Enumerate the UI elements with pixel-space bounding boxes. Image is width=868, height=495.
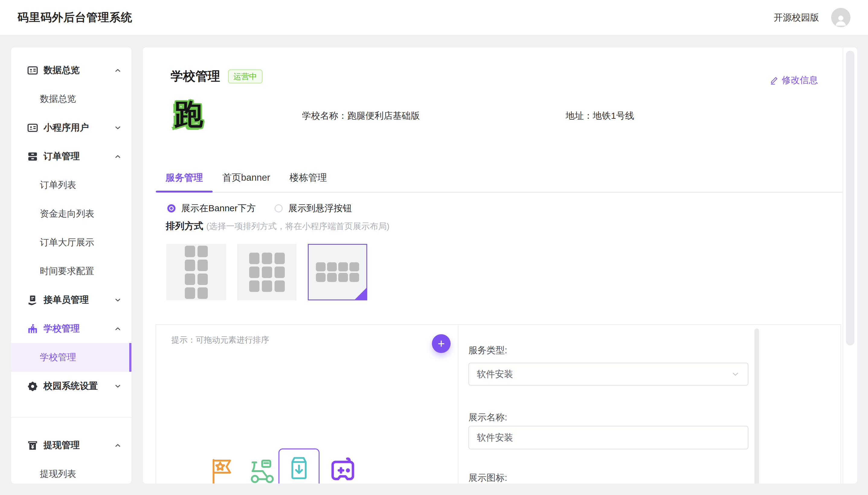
sidebar-item-label: 接单员管理 <box>43 294 89 306</box>
radio-banner-below[interactable] <box>167 204 176 212</box>
person-icon <box>834 13 848 27</box>
school-address-value: 地铁1号线 <box>593 110 634 121</box>
sidebar-item-label: 订单大厅展示 <box>40 236 94 249</box>
user-avatar[interactable] <box>831 8 850 27</box>
sidebar-item-label: 提现列表 <box>40 468 76 480</box>
tab-bar: 服务管理 首页banner 楼栋管理 <box>156 163 843 192</box>
service-package-download-icon-selected[interactable] <box>279 448 320 483</box>
screen: 码里码外后台管理系统 开源校园版 数据总览 数据总览 小程序用户 订单管 <box>0 0 868 495</box>
sidebar-item-withdraw-list[interactable]: 提现列表 <box>11 460 131 483</box>
layout-options <box>166 244 367 301</box>
main-content: 学校管理 运营中 修改信息 跑 学校名称：跑腿便利店基础版 地址：地铁1号线 服… <box>143 48 857 483</box>
radio-floating-button[interactable] <box>274 204 283 212</box>
drag-hint: 提示：可拖动元素进行排序 <box>171 335 269 345</box>
sidebar-item-courier-management[interactable]: 接单员管理 <box>11 286 131 314</box>
id-card-icon <box>26 64 39 76</box>
sidebar-item-label: 提现管理 <box>43 439 80 451</box>
sidebar-item-school-management-group[interactable]: 学校管理 <box>11 314 131 343</box>
service-delivery-scooter-icon[interactable] <box>246 454 277 483</box>
chevron-down-icon <box>114 124 122 132</box>
main-scrollbar-thumb[interactable] <box>846 51 854 345</box>
chevron-up-icon <box>114 153 122 160</box>
service-type-label: 服务类型: <box>468 344 507 357</box>
page-title: 学校管理 <box>171 68 220 85</box>
sidebar-item-campus-system-settings[interactable]: 校园系统设置 <box>11 372 131 400</box>
tab-service-management[interactable]: 服务管理 <box>156 163 213 192</box>
sidebar: 数据总览 数据总览 小程序用户 订单管理 订单列表 资金走向列表 订单大厅展示 … <box>11 48 131 483</box>
sidebar-item-order-hall-display[interactable]: 订单大厅展示 <box>11 228 131 257</box>
sidebar-item-school-management[interactable]: 学校管理 <box>11 343 131 372</box>
service-sort-pane: 提示：可拖动元素进行排序 + <box>156 325 459 483</box>
main-scrollbar-track <box>843 48 857 483</box>
pencil-icon <box>769 76 779 85</box>
school-name: 学校名称：跑腿便利店基础版 <box>302 110 420 122</box>
school-name-value: 跑腿便利店基础版 <box>347 110 420 121</box>
tab-building-management[interactable]: 楼栋管理 <box>280 163 337 192</box>
service-form-pane: 服务类型: 软件安装 展示名称: 展示图标: <box>459 325 840 483</box>
page-head: 学校管理 运营中 <box>171 68 263 85</box>
layout-option-2col[interactable] <box>166 244 226 301</box>
edit-info-label: 修改信息 <box>782 74 818 86</box>
sidebar-item-label: 数据总览 <box>43 64 80 76</box>
sidebar-item-label: 时间要求配置 <box>40 265 94 277</box>
sidebar-item-label: 小程序用户 <box>43 121 89 134</box>
school-logo: 跑 <box>174 98 203 130</box>
school-address-label: 地址： <box>566 110 593 121</box>
add-service-button[interactable]: + <box>432 334 450 353</box>
chevron-down-icon <box>114 382 122 390</box>
orders-icon <box>26 151 39 163</box>
chevron-up-icon <box>114 325 122 333</box>
grid-3x3-icon <box>249 253 285 292</box>
chevron-up-icon <box>114 442 122 449</box>
sidebar-item-order-management[interactable]: 订单管理 <box>11 142 131 171</box>
sidebar-item-label: 订单管理 <box>43 150 80 163</box>
school-address: 地址：地铁1号线 <box>566 110 634 122</box>
atm-icon <box>26 439 39 451</box>
sidebar-item-label: 学校管理 <box>40 351 76 363</box>
radio-banner-below-label[interactable]: 展示在Banner下方 <box>181 202 256 215</box>
service-type-value: 软件安装 <box>477 368 513 380</box>
gear-icon <box>26 380 39 392</box>
service-gamepad-icon[interactable] <box>327 456 358 483</box>
hand-receipt-icon <box>26 294 39 306</box>
school-icon <box>26 323 39 335</box>
service-editor-section: 提示：可拖动元素进行排序 + 服务类型: 软件安装 <box>156 324 841 483</box>
sidebar-item-order-list[interactable]: 订单列表 <box>11 171 131 200</box>
appbar-right: 开源校园版 <box>774 8 850 27</box>
chevron-down-icon <box>731 370 740 379</box>
display-icon-label: 展示图标: <box>468 472 507 483</box>
sidebar-item-label: 校园系统设置 <box>43 380 98 392</box>
display-name-label: 展示名称: <box>468 411 507 424</box>
grid-2x4-icon <box>185 246 208 299</box>
service-flag-star-icon[interactable] <box>206 456 237 483</box>
status-badge: 运营中 <box>228 69 263 83</box>
school-name-label: 学校名称： <box>302 110 347 121</box>
version-label: 开源校园版 <box>774 12 819 24</box>
sidebar-item-label: 学校管理 <box>43 322 80 335</box>
chevron-down-icon <box>114 296 122 304</box>
sidebar-item-withdraw-management[interactable]: 提现管理 <box>11 431 131 460</box>
app-title: 码里码外后台管理系统 <box>18 10 132 25</box>
arrange-mode-hint: (选择一项排列方式，将在小程序端首页展示布局) <box>206 221 390 232</box>
chevron-up-icon <box>114 67 122 74</box>
tab-home-banner[interactable]: 首页banner <box>213 163 280 192</box>
form-pane-scrollbar[interactable] <box>755 328 759 483</box>
service-type-select[interactable]: 软件安装 <box>468 363 748 386</box>
app-bar: 码里码外后台管理系统 开源校园版 <box>0 0 868 35</box>
layout-option-3col[interactable] <box>237 244 297 301</box>
sidebar-item-label: 数据总览 <box>40 93 76 105</box>
arrange-mode-title: 排列方式 <box>166 220 203 233</box>
sidebar-item-data-overview-group[interactable]: 数据总览 <box>11 56 131 85</box>
display-name-input[interactable] <box>468 426 748 449</box>
arrange-mode-row: 排列方式 (选择一项排列方式，将在小程序端首页展示布局) <box>166 220 390 233</box>
sidebar-item-data-overview[interactable]: 数据总览 <box>11 85 131 113</box>
radio-floating-button-label[interactable]: 展示到悬浮按钮 <box>288 202 352 215</box>
layout-option-4col[interactable] <box>308 244 367 301</box>
sidebar-item-fund-flow-list[interactable]: 资金走向列表 <box>11 200 131 228</box>
sidebar-item-time-requirement-config[interactable]: 时间要求配置 <box>11 257 131 286</box>
id-card-icon <box>26 122 39 134</box>
sidebar-item-mini-program-users[interactable]: 小程序用户 <box>11 113 131 142</box>
grid-4x2-icon <box>316 262 359 282</box>
sidebar-item-label: 订单列表 <box>40 179 76 191</box>
edit-info-link[interactable]: 修改信息 <box>769 74 818 86</box>
